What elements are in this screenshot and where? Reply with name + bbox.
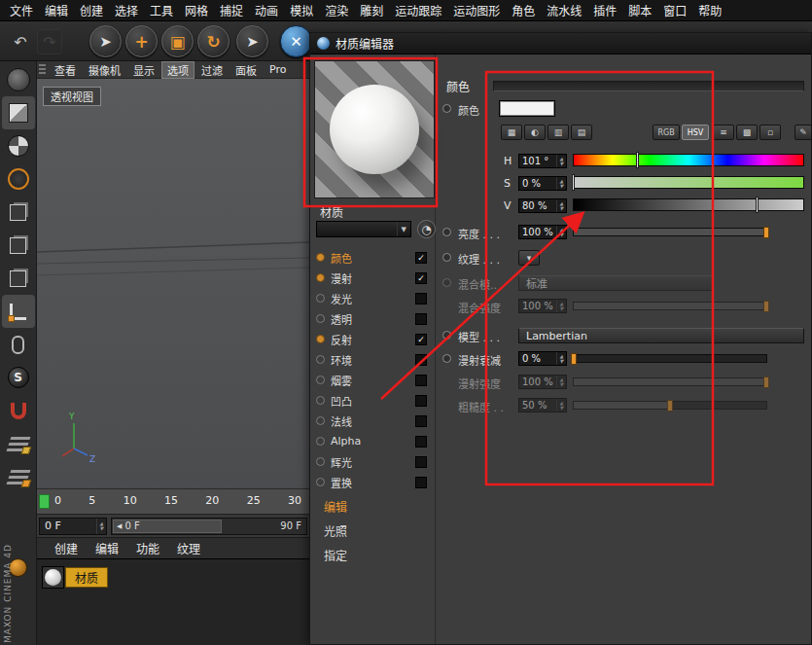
- pen-icon[interactable]: ✎: [794, 125, 812, 140]
- menubar-item[interactable]: 运动跟踪: [389, 0, 447, 20]
- diffuse-falloff-toggle-icon[interactable]: [442, 354, 451, 363]
- brightness-toggle-icon[interactable]: [442, 228, 451, 236]
- value-value-field[interactable]: 80 %▲▼: [518, 198, 567, 213]
- undo-icon[interactable]: ↶: [8, 29, 33, 54]
- menubar-item[interactable]: 渲染: [319, 0, 354, 20]
- channel-row[interactable]: 置换: [316, 472, 427, 492]
- channel-row[interactable]: 漫射✓: [316, 268, 427, 288]
- value-slider-marker[interactable]: [756, 197, 759, 213]
- section-header-bar[interactable]: [493, 81, 804, 91]
- channel-checkbox[interactable]: ✓: [415, 272, 427, 284]
- model-toggle-icon[interactable]: [442, 331, 451, 340]
- saturation-value-field[interactable]: 0 %▲▼: [518, 176, 567, 191]
- stepper-down-icon[interactable]: ▼: [560, 233, 564, 237]
- rgb-mode-button[interactable]: RGB: [653, 125, 680, 140]
- texture-mode-icon[interactable]: [2, 129, 35, 162]
- value-stepper[interactable]: ▲▼: [556, 199, 566, 212]
- preview-options-icon[interactable]: ◔: [417, 220, 436, 238]
- menubar-item[interactable]: 选择: [109, 0, 144, 20]
- menubar-item[interactable]: 窗口: [657, 0, 692, 20]
- texture-toggle-icon[interactable]: [442, 253, 451, 262]
- viewport[interactable]: 查看摄像机显示选项过滤面板Pro 透视视图 Y Z: [37, 61, 309, 488]
- viewport-menu-item[interactable]: 显示: [127, 61, 160, 79]
- bottom-menu-item[interactable]: 纹理: [169, 539, 208, 557]
- polygons-mode-icon[interactable]: [2, 262, 35, 295]
- slider-knob[interactable]: [571, 353, 577, 365]
- bottom-menu-item[interactable]: 编辑: [88, 539, 126, 557]
- menubar-item[interactable]: 捕捉: [214, 0, 249, 20]
- stepper-down-icon[interactable]: ▼: [100, 526, 104, 531]
- brightness-value-field[interactable]: 100 %▲▼: [518, 225, 567, 239]
- channel-row[interactable]: 法线: [316, 411, 427, 431]
- channel-tab[interactable]: 光照: [324, 522, 347, 539]
- channel-tab[interactable]: 编辑: [324, 498, 347, 515]
- model-dropdown[interactable]: Lambertian: [518, 328, 804, 343]
- menubar-item[interactable]: 网格: [179, 0, 214, 20]
- saturation-slider[interactable]: [573, 176, 804, 189]
- live-selection-icon[interactable]: ➤: [89, 25, 122, 57]
- viewport-menu-item[interactable]: 面板: [229, 61, 263, 79]
- hue-stepper[interactable]: ▲▼: [556, 155, 566, 167]
- channel-row[interactable]: 发光: [316, 288, 427, 308]
- edges-mode-icon[interactable]: [2, 229, 35, 262]
- menubar-item[interactable]: 文件: [4, 0, 39, 20]
- hsv-mode-button[interactable]: HSV: [682, 125, 709, 140]
- viewport-menu-item[interactable]: 摄像机: [83, 61, 126, 79]
- viewport-solo-icon[interactable]: [2, 328, 35, 361]
- channel-checkbox[interactable]: [415, 375, 427, 386]
- channel-row[interactable]: Alpha: [316, 431, 427, 451]
- material-preview[interactable]: [314, 60, 435, 198]
- timeline-range-slider[interactable]: ◀ 0 F 90 F: [111, 518, 307, 535]
- snapping-icon[interactable]: [2, 394, 35, 427]
- scale-tool-icon[interactable]: ▣: [161, 25, 194, 57]
- stepper-down-icon[interactable]: ▼: [560, 161, 564, 166]
- panel-grip-icon[interactable]: [39, 64, 46, 76]
- channel-checkbox[interactable]: [415, 415, 427, 427]
- snap-sphere-icon[interactable]: S: [2, 361, 35, 394]
- move-tool-icon[interactable]: +: [125, 25, 158, 57]
- channel-row[interactable]: 辉光: [316, 451, 427, 472]
- editor-titlebar[interactable]: 材质编辑器: [310, 33, 811, 54]
- world-icon[interactable]: [2, 63, 35, 96]
- rotate-tool-icon[interactable]: ↻: [197, 25, 229, 57]
- channel-checkbox[interactable]: [415, 293, 427, 305]
- channel-checkbox[interactable]: [415, 313, 427, 325]
- swatches-icon[interactable]: ▫: [759, 125, 781, 140]
- channel-row[interactable]: 反射✓: [316, 329, 427, 349]
- current-frame-field[interactable]: 0 F ▲▼: [39, 518, 107, 535]
- brightness-slider[interactable]: [573, 228, 767, 236]
- material-name-field[interactable]: ▼: [316, 221, 411, 237]
- menubar-item[interactable]: 动画: [249, 0, 284, 20]
- menubar-item[interactable]: 工具: [144, 0, 179, 20]
- hue-slider[interactable]: [573, 154, 804, 166]
- diffuse-falloff-slider[interactable]: [573, 354, 767, 363]
- viewport-menu-item[interactable]: Pro: [264, 62, 292, 77]
- menubar-item[interactable]: 模拟: [284, 0, 319, 20]
- saturation-slider-marker[interactable]: [572, 174, 575, 191]
- channel-checkbox[interactable]: [415, 354, 427, 366]
- value-slider[interactable]: [573, 198, 804, 211]
- menubar-item[interactable]: 帮助: [692, 0, 727, 20]
- color-toggle-icon[interactable]: [442, 104, 451, 113]
- saturation-stepper[interactable]: ▲▼: [556, 177, 566, 190]
- viewport-menu-item[interactable]: 选项: [161, 61, 194, 79]
- texture-browse-button[interactable]: ▾: [518, 250, 540, 266]
- channel-checkbox[interactable]: [415, 395, 427, 407]
- menubar-item[interactable]: 脚本: [622, 0, 657, 20]
- brightness-stepper[interactable]: ▲▼: [556, 226, 566, 238]
- stepper-down-icon[interactable]: ▼: [560, 206, 564, 211]
- channel-row[interactable]: 透明: [316, 308, 427, 329]
- bottom-menu-item[interactable]: 功能: [128, 539, 167, 557]
- channel-checkbox[interactable]: [415, 477, 427, 488]
- diffuse-falloff-stepper[interactable]: ▲▼: [556, 352, 566, 365]
- points-mode-icon[interactable]: [2, 196, 35, 229]
- contrast-icon[interactable]: ◐: [524, 125, 546, 140]
- palette-icon[interactable]: ▦: [501, 125, 522, 140]
- menubar-item[interactable]: 创建: [74, 0, 109, 20]
- layers-icon[interactable]: [2, 460, 35, 493]
- close-icon[interactable]: ✕: [280, 25, 312, 57]
- hue-slider-marker[interactable]: [636, 152, 639, 168]
- bottom-menu-item[interactable]: 创建: [47, 539, 86, 557]
- locked-layers-icon[interactable]: [2, 427, 35, 460]
- timeline-playhead[interactable]: [39, 494, 50, 509]
